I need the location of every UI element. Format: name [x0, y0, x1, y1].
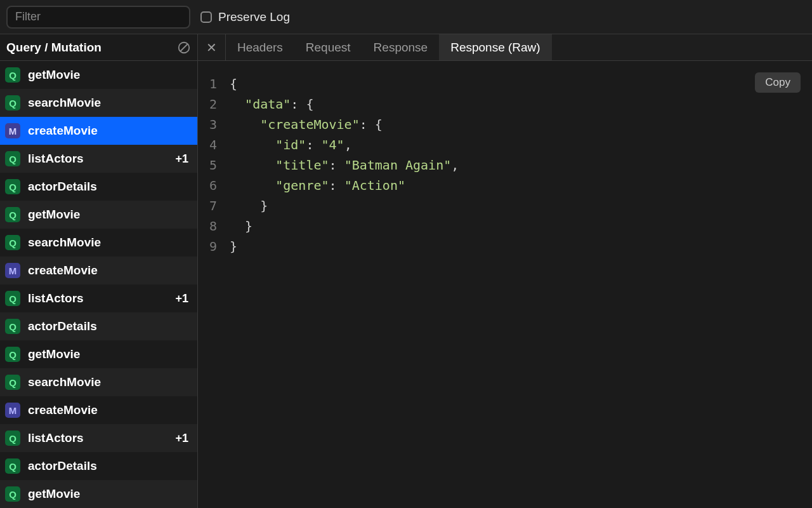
operation-label: searchMovie: [28, 375, 192, 389]
preserve-log-checkbox[interactable]: [200, 11, 212, 23]
operation-row[interactable]: QactorDetails: [0, 173, 197, 201]
code-line: 5 "title": "Batman Again",: [208, 155, 802, 175]
operation-label: actorDetails: [28, 459, 192, 473]
operation-row[interactable]: QactorDetails: [0, 312, 197, 340]
query-icon: Q: [5, 319, 20, 334]
filter-input[interactable]: [6, 6, 190, 29]
line-number: 1: [208, 74, 230, 94]
operation-row[interactable]: McreateMovie: [0, 117, 197, 145]
code-line: 6 "genre": "Action": [208, 175, 802, 196]
code-text: }: [230, 196, 268, 216]
line-number: 4: [208, 135, 230, 155]
mutation-icon: M: [5, 403, 20, 418]
operation-row[interactable]: QlistActors+1: [0, 145, 197, 173]
code-line: 4 "id": "4",: [208, 135, 802, 155]
operation-row[interactable]: QactorDetails: [0, 452, 197, 480]
query-icon: Q: [5, 179, 20, 194]
operation-label: actorDetails: [28, 180, 192, 194]
line-number: 9: [208, 236, 230, 257]
operation-row[interactable]: QsearchMovie: [0, 89, 197, 117]
code-text: "createMovie": {: [230, 114, 383, 135]
query-icon: Q: [5, 486, 20, 502]
line-number: 8: [208, 216, 230, 236]
code-line: 7 }: [208, 196, 802, 216]
query-icon: Q: [5, 151, 20, 166]
tab[interactable]: Response: [362, 34, 440, 60]
query-icon: Q: [5, 95, 20, 110]
operation-badge: +1: [175, 432, 192, 445]
code-line: 1{: [208, 74, 802, 94]
operation-badge: +1: [175, 292, 192, 305]
operation-row[interactable]: QsearchMovie: [0, 368, 197, 396]
sidebar: Query / Mutation QgetMovieQsearchMovieMc…: [0, 34, 198, 508]
topbar: Preserve Log: [0, 0, 812, 34]
preserve-log-label: Preserve Log: [218, 10, 290, 24]
tab[interactable]: Response (Raw): [439, 34, 552, 60]
operation-label: createMovie: [28, 124, 192, 138]
operation-row[interactable]: QgetMovie: [0, 201, 197, 229]
code-pane: Copy 1{2 "data": {3 "createMovie": {4 "i…: [198, 61, 812, 508]
code-text: "title": "Batman Again",: [230, 155, 459, 175]
operation-row[interactable]: McreateMovie: [0, 257, 197, 284]
preserve-log[interactable]: Preserve Log: [200, 10, 290, 24]
code-line: 2 "data": {: [208, 94, 802, 114]
query-icon: Q: [5, 291, 20, 306]
line-number: 5: [208, 155, 230, 175]
operation-row[interactable]: QsearchMovie: [0, 229, 197, 257]
svg-line-1: [181, 44, 188, 51]
operation-label: getMovie: [28, 68, 192, 82]
operation-row[interactable]: QgetMovie: [0, 340, 197, 368]
clear-icon[interactable]: [177, 41, 191, 55]
code-text: }: [230, 236, 237, 257]
query-icon: Q: [5, 375, 20, 390]
operation-label: searchMovie: [28, 96, 192, 110]
code-text: "id": "4",: [230, 135, 352, 155]
operation-label: getMovie: [28, 487, 192, 501]
code-text: {: [230, 74, 237, 94]
operation-label: listActors: [28, 291, 167, 305]
line-number: 3: [208, 114, 230, 135]
content: ✕ HeadersRequestResponseResponse (Raw) C…: [198, 34, 812, 508]
tabbar: ✕ HeadersRequestResponseResponse (Raw): [198, 34, 812, 61]
sidebar-title: Query / Mutation: [6, 41, 102, 55]
operation-label: listActors: [28, 152, 167, 166]
code-line: 3 "createMovie": {: [208, 114, 802, 135]
operation-label: searchMovie: [28, 236, 192, 250]
query-icon: Q: [5, 347, 20, 362]
line-number: 6: [208, 175, 230, 196]
query-icon: Q: [5, 458, 20, 474]
operation-row[interactable]: QlistActors+1: [0, 424, 197, 452]
operation-row[interactable]: QlistActors+1: [0, 284, 197, 312]
code-block: 1{2 "data": {3 "createMovie": {4 "id": "…: [208, 74, 802, 257]
copy-button[interactable]: Copy: [755, 72, 801, 93]
query-icon: Q: [5, 207, 20, 222]
operation-row[interactable]: QgetMovie: [0, 61, 197, 89]
tab[interactable]: Headers: [226, 34, 294, 60]
mutation-icon: M: [5, 123, 20, 138]
operation-row[interactable]: QgetMovie: [0, 480, 197, 508]
operation-label: createMovie: [28, 264, 192, 277]
operation-badge: +1: [175, 152, 192, 166]
query-icon: Q: [5, 67, 20, 83]
line-number: 2: [208, 94, 230, 114]
close-icon[interactable]: ✕: [198, 34, 226, 60]
operation-label: actorDetails: [28, 319, 192, 333]
code-text: }: [230, 216, 252, 236]
code-line: 8 }: [208, 216, 802, 236]
query-icon: Q: [5, 235, 20, 250]
operation-label: getMovie: [28, 347, 192, 361]
operation-label: createMovie: [28, 403, 192, 417]
code-line: 9}: [208, 236, 802, 257]
line-number: 7: [208, 196, 230, 216]
operation-label: listActors: [28, 431, 167, 445]
operation-label: getMovie: [28, 208, 192, 222]
code-text: "data": {: [230, 94, 313, 114]
mutation-icon: M: [5, 263, 20, 278]
operations-list: QgetMovieQsearchMovieMcreateMovieQlistAc…: [0, 61, 197, 508]
sidebar-header: Query / Mutation: [0, 34, 197, 61]
query-icon: Q: [5, 431, 20, 446]
tab[interactable]: Request: [294, 34, 362, 60]
operation-row[interactable]: McreateMovie: [0, 396, 197, 424]
code-text: "genre": "Action": [230, 175, 405, 196]
